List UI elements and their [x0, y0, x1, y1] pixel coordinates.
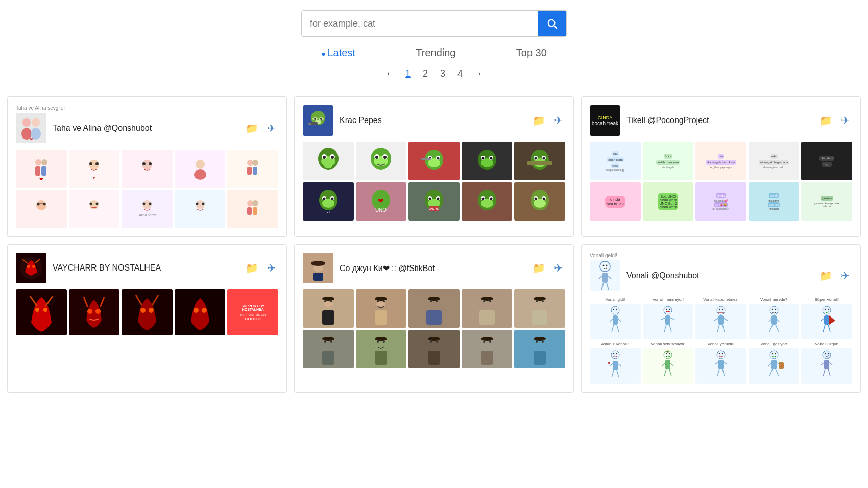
search-input[interactable] — [302, 11, 538, 36]
sticker-item[interactable] — [695, 348, 746, 384]
pack3-title: Tikell @PocongProject — [626, 116, 818, 125]
sticker-item[interactable]: chat dark msg... — [801, 142, 852, 180]
sticker-item[interactable] — [801, 304, 852, 339]
sticker-item[interactable]: Bot s terlah huru karu dia tangah — [643, 142, 694, 180]
sticker-item[interactable] — [303, 330, 354, 368]
sticker-item[interactable] — [16, 289, 67, 335]
pack2-folder-button[interactable]: 📁 — [532, 113, 546, 128]
sticker-item[interactable] — [356, 330, 407, 368]
sticker-item[interactable]: ❤ — [16, 150, 67, 188]
sticker-item[interactable] — [643, 348, 694, 384]
sticker-item[interactable] — [462, 330, 513, 368]
sticker-item[interactable] — [69, 190, 120, 228]
sticker-item[interactable]: dinda dia dinda💕 luh a🧨😂 lol da sudah📎 — [695, 182, 746, 221]
pack6-folder-button[interactable]: 📁 — [818, 269, 833, 283]
sticker-item[interactable]: Alina nerdesin — [122, 190, 173, 228]
pack6-send-button[interactable]: ✈ — [838, 269, 852, 283]
sticker-item[interactable] — [69, 289, 120, 335]
sticker-item[interactable] — [514, 330, 565, 368]
svg-point-119 — [35, 308, 39, 312]
pack2-send-button[interactable]: ✈ — [551, 113, 565, 128]
sticker-item[interactable] — [122, 289, 173, 335]
prev-page-button[interactable]: ← — [385, 67, 396, 80]
pack1-send-button[interactable]: ✈ — [264, 121, 278, 135]
sticker-item[interactable] — [801, 348, 852, 384]
sticker-item[interactable] — [303, 142, 354, 180]
pack4-send-button[interactable]: ✈ — [264, 261, 278, 275]
pack3-folder-button[interactable]: 📁 — [818, 113, 833, 128]
sticker-item[interactable]: dia dia tengah baru karu dia gi biangap … — [695, 142, 746, 180]
pack1-folder-button[interactable]: 📁 — [245, 121, 259, 135]
sticker-item[interactable] — [462, 289, 513, 328]
sticker-item[interactable] — [16, 190, 67, 228]
sticker-item[interactable] — [514, 142, 565, 180]
sticker-label: Vonali inanmıyor! — [643, 297, 694, 302]
pack3-send-button[interactable]: ✈ — [838, 113, 852, 128]
svg-point-213 — [719, 308, 720, 309]
tab-latest[interactable]: Latest — [315, 45, 361, 61]
svg-rect-162 — [532, 310, 547, 325]
sticker-item[interactable] — [175, 150, 226, 188]
pack5-folder-button[interactable]: 📁 — [532, 261, 546, 275]
svg-rect-43 — [253, 207, 257, 215]
search-button[interactable] — [538, 11, 566, 36]
tab-top30[interactable]: Top 30 — [510, 45, 553, 61]
sticker-item[interactable] — [514, 182, 565, 221]
page-2-button[interactable]: 2 — [420, 67, 431, 80]
sticker-item[interactable] — [643, 304, 694, 339]
sticker-item[interactable]: Bot, UNOdinda won!UNO Bot 2dinda won! — [643, 182, 694, 221]
sticker-art — [472, 143, 502, 179]
sticker-item[interactable]: dindaalai hujek — [590, 182, 641, 221]
sticker-item[interactable] — [462, 182, 513, 221]
sticker-item[interactable] — [590, 304, 641, 339]
sticker-item[interactable]: WARR — [408, 182, 460, 221]
sticker-item[interactable] — [122, 150, 173, 188]
search-icon — [546, 18, 558, 29]
sticker-item[interactable] — [356, 142, 407, 180]
sticker-item[interactable] — [356, 289, 407, 328]
sticker-item[interactable] — [749, 304, 800, 339]
svg-text:WARR: WARR — [428, 207, 439, 211]
svg-rect-270 — [779, 362, 784, 369]
next-page-button[interactable]: → — [472, 67, 483, 80]
sticker-item[interactable] — [303, 289, 354, 328]
sticker-item[interactable] — [408, 289, 460, 328]
sticker-item[interactable] — [695, 304, 746, 339]
sticker-item[interactable]: ❤ UNO — [356, 182, 407, 221]
pack4-folder-button[interactable]: 📁 — [245, 261, 259, 275]
sticker-item[interactable] — [462, 142, 513, 180]
sticker-item[interactable] — [514, 289, 565, 328]
sticker-item[interactable]: ada ini tengah baga paca dia nangisan po… — [749, 142, 800, 180]
page-4-button[interactable]: 4 — [454, 67, 466, 80]
pack-card-sojun: Со джун Ки❤ :: @fStikBot 📁 ✈ — [294, 244, 574, 393]
sticker-item[interactable]: ♥ — [69, 150, 120, 188]
page-1-button[interactable]: 1 — [402, 67, 414, 80]
sticker-item[interactable] — [749, 348, 800, 384]
page-3-button[interactable]: 3 — [437, 67, 448, 80]
pack5-send-button[interactable]: ✈ — [551, 261, 565, 275]
svg-point-143 — [376, 302, 385, 307]
sticker-item[interactable]: SUPPORT BYNOSTALHEA SUPPORT ME ON GOOOO — [227, 289, 278, 335]
sticker-item[interactable] — [227, 150, 278, 188]
sticker-art — [84, 197, 104, 222]
sticker-item[interactable] — [227, 190, 278, 228]
sticker-art: ♥ — [84, 157, 104, 181]
tab-trending[interactable]: Trending — [409, 45, 462, 61]
sticker-art — [419, 331, 449, 367]
pack-card-krac-pepes: Krac Pepes 📁 ✈ — [294, 96, 574, 237]
svg-line-211 — [669, 325, 671, 332]
sticker-item[interactable]: aku terlah olam Alisa sangat susah gg — [590, 142, 641, 180]
svg-point-266 — [770, 351, 778, 359]
sticker-item[interactable] — [175, 289, 226, 335]
sticker-item[interactable] — [408, 330, 460, 368]
sticker-item[interactable]: ♥ — [590, 348, 641, 384]
svg-rect-42 — [247, 207, 252, 215]
sticker-item[interactable]: gawean ganenen kalo ga deak kela ow — [801, 182, 852, 221]
sticker-item[interactable] — [408, 142, 460, 180]
svg-rect-85 — [527, 161, 552, 165]
sticker-item[interactable] — [175, 190, 226, 228]
svg-line-284 — [828, 369, 830, 376]
sticker-item[interactable]: ♫ — [303, 182, 354, 221]
sticker-item[interactable]: teriak teriaknya baik tadi kena nih — [749, 182, 800, 221]
svg-point-70 — [437, 157, 439, 159]
